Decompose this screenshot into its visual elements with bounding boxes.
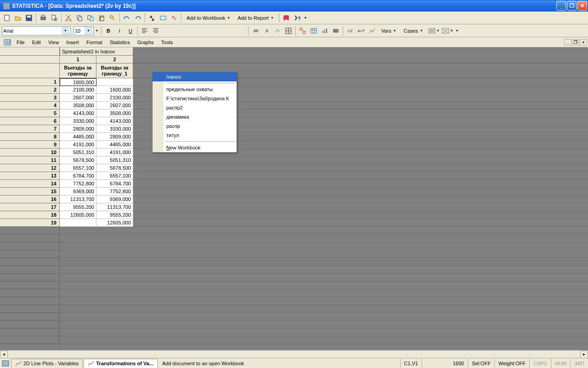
tab-line-plots[interactable]: 2D Line Plots - Variables: [11, 359, 83, 368]
underline-button[interactable]: U: [125, 26, 136, 36]
menu-statistics[interactable]: Statistics: [106, 39, 134, 46]
close-button[interactable]: ✕: [577, 1, 587, 11]
undo-button[interactable]: [122, 13, 132, 23]
cell[interactable]: 9369,000: [60, 188, 96, 196]
cell[interactable]: 7752,800: [96, 188, 133, 196]
cell[interactable]: 11313,700: [96, 203, 133, 211]
sheet-corner[interactable]: [0, 47, 60, 56]
recalc-button[interactable]: x=?: [356, 26, 366, 36]
cell[interactable]: 4143,000: [60, 109, 96, 117]
font-overflow[interactable]: ▼: [95, 26, 99, 36]
zoom-button[interactable]: [158, 13, 168, 23]
row-number[interactable]: 6: [0, 117, 60, 125]
menu-view[interactable]: View: [45, 39, 63, 46]
decimals-decrease-button[interactable]: .0: [261, 26, 271, 36]
cut-button[interactable]: [63, 13, 74, 23]
decimals-increase-button[interactable]: .00: [250, 26, 260, 36]
row-number[interactable]: 12: [0, 164, 60, 172]
row-number[interactable]: 13: [0, 172, 60, 180]
cell[interactable]: 12605,000: [60, 211, 96, 219]
pattern1-button[interactable]: ▼: [427, 26, 440, 36]
row-number[interactable]: 2: [0, 86, 60, 94]
align-left-button[interactable]: [140, 26, 150, 36]
row-number[interactable]: 11: [0, 156, 60, 164]
font-size-combo[interactable]: ▼: [74, 26, 94, 35]
dropdown-item[interactable]: распр2: [153, 103, 237, 112]
row-number[interactable]: 3: [0, 94, 60, 102]
italic-button[interactable]: I: [114, 26, 124, 36]
row-number[interactable]: 15: [0, 188, 60, 196]
row-header-blank[interactable]: [0, 56, 60, 63]
cell[interactable]: 6557,100: [96, 172, 133, 180]
paste-button[interactable]: [96, 13, 107, 23]
stats-button[interactable]: [367, 26, 377, 36]
cell[interactable]: 4143,000: [96, 117, 133, 125]
scroll-right-icon[interactable]: ►: [580, 351, 588, 358]
menu-format[interactable]: Format: [83, 39, 106, 46]
mdi-restore[interactable]: ❐: [572, 39, 579, 46]
bold-button[interactable]: B: [103, 26, 113, 36]
menu-graphs[interactable]: Graphs: [134, 39, 158, 46]
macro-button[interactable]: [169, 13, 179, 23]
chevron-down-icon[interactable]: ▼: [62, 27, 69, 34]
dropdown-item-ivanov[interactable]: Ivanov: [153, 72, 237, 81]
cases-button[interactable]: Cases▼: [401, 27, 426, 35]
col-num-1[interactable]: 1: [60, 56, 96, 63]
table-button[interactable]: [309, 26, 319, 36]
menu-edit[interactable]: Edit: [28, 39, 45, 46]
chevron-down-icon[interactable]: ▼: [85, 27, 92, 34]
col-name-1[interactable]: Выезды за границу: [60, 63, 96, 78]
cell[interactable]: 2100,000: [60, 86, 96, 94]
font-size-input[interactable]: [75, 27, 85, 34]
copy-button[interactable]: [74, 13, 85, 23]
vars-button[interactable]: Vars▼: [378, 27, 400, 35]
cell[interactable]: 1600,000: [96, 86, 133, 94]
cell[interactable]: 3508,000: [60, 102, 96, 109]
pattern2-button[interactable]: ▼: [441, 26, 454, 36]
row-number[interactable]: 4: [0, 102, 60, 109]
menu-tools[interactable]: Tools: [158, 39, 177, 46]
print-table-button[interactable]: [331, 26, 341, 36]
print-preview-button[interactable]: [49, 13, 59, 23]
cell[interactable]: 2607,000: [96, 102, 133, 109]
tab-transformations[interactable]: Transformations of Va...: [84, 359, 158, 368]
add-to-report-button[interactable]: Add to Report▼: [234, 14, 277, 22]
book-icon[interactable]: [281, 13, 291, 23]
row-number[interactable]: 17: [0, 203, 60, 211]
maximize-button[interactable]: ❐: [567, 1, 577, 11]
dropdown-item[interactable]: предельные охваты: [153, 85, 237, 94]
col-name-2[interactable]: Выезды за границу_1: [96, 63, 133, 78]
graph-button[interactable]: [320, 26, 330, 36]
row-number[interactable]: 8: [0, 133, 60, 141]
cell[interactable]: [60, 219, 96, 227]
cell[interactable]: 7752,800: [60, 180, 96, 188]
cell[interactable]: 2607,000: [60, 94, 96, 102]
cell[interactable]: 2100,000: [96, 94, 133, 102]
row-number[interactable]: 18: [0, 211, 60, 219]
mdi-close[interactable]: ×: [580, 39, 587, 46]
dropdown-item[interactable]: титул: [153, 131, 237, 140]
font-input[interactable]: [3, 27, 62, 34]
help-button[interactable]: ?: [292, 13, 302, 23]
toolbar-overflow[interactable]: ▼: [303, 13, 308, 23]
dropdown-item[interactable]: динамика: [153, 112, 237, 121]
row-header-names[interactable]: [0, 63, 60, 78]
dropdown-item[interactable]: распр: [153, 121, 237, 131]
cell[interactable]: 4191,000: [96, 149, 133, 156]
toolbar2-overflow[interactable]: ▼: [455, 26, 459, 36]
cell[interactable]: 6784,700: [60, 172, 96, 180]
format-grid-button[interactable]: [283, 26, 294, 36]
row-number[interactable]: 16: [0, 196, 60, 203]
cell[interactable]: 6784,700: [96, 180, 133, 188]
print-button[interactable]: [38, 13, 48, 23]
minimize-button[interactable]: _: [556, 1, 566, 11]
cell[interactable]: 3330,000: [60, 117, 96, 125]
mdi-minimize[interactable]: _: [564, 39, 571, 46]
cell[interactable]: 6557,100: [60, 164, 96, 172]
cell[interactable]: 5678,500: [60, 156, 96, 164]
menu-insert[interactable]: Insert: [62, 39, 83, 46]
row-number[interactable]: 9: [0, 141, 60, 149]
cell[interactable]: 2809,000: [96, 133, 133, 141]
copy-chart-button[interactable]: [85, 13, 96, 23]
cell[interactable]: 5051,310: [60, 149, 96, 156]
